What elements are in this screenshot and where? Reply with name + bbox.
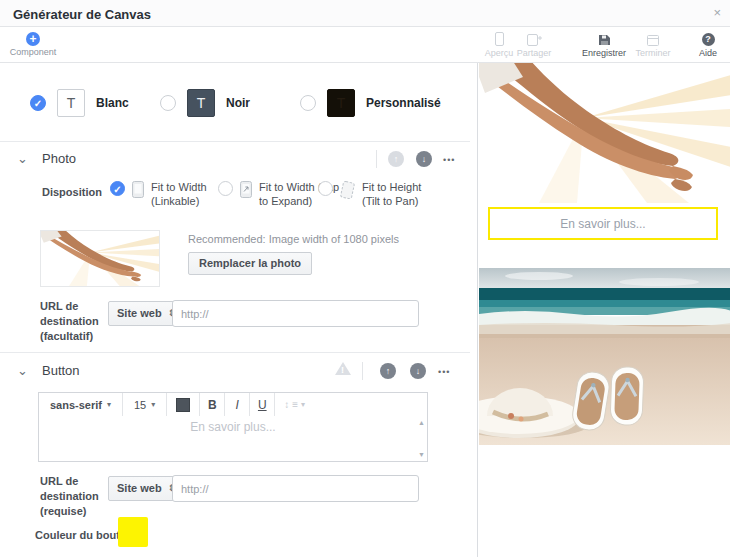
- disposition-option-tilt-pan[interactable]: Fit to Height (Tilt to Pan): [318, 181, 440, 209]
- section-divider: [0, 352, 470, 353]
- scroll-down-icon[interactable]: ▼: [418, 451, 425, 458]
- plus-icon: +: [26, 32, 40, 46]
- finish-icon: [630, 32, 676, 46]
- divider: [166, 393, 167, 416]
- theme-label: Noir: [226, 96, 250, 110]
- button-section-title: Button: [42, 363, 80, 378]
- chevron-down-icon: ▾: [301, 400, 305, 409]
- preview-photo-beach: [479, 268, 730, 445]
- canvas-preview-panel: En savoir plus...: [477, 63, 730, 557]
- theme-option-custom[interactable]: T Personnalisé: [300, 89, 441, 117]
- button-color-swatch[interactable]: [118, 517, 148, 547]
- chevron-down-icon: ▾: [151, 400, 155, 409]
- theme-label: Blanc: [96, 96, 129, 110]
- question-icon: ?: [693, 32, 723, 46]
- radio-checked-icon[interactable]: ✓: [30, 95, 46, 111]
- disposition-label: Disposition: [42, 186, 102, 198]
- close-icon[interactable]: ×: [713, 5, 721, 20]
- more-options-icon[interactable]: •••: [443, 155, 455, 165]
- italic-button[interactable]: I: [225, 398, 249, 412]
- underline-button[interactable]: U: [250, 398, 274, 412]
- radio-checked-icon[interactable]: ✓: [110, 181, 125, 196]
- more-options-icon[interactable]: •••: [438, 367, 450, 377]
- canvas-builder-window: Générateur de Canvas × + Component Aperç…: [0, 0, 730, 557]
- photo-url-input[interactable]: [172, 300, 419, 327]
- theme-option-white[interactable]: ✓ T Blanc: [30, 89, 129, 117]
- theme-label: Personnalisé: [366, 96, 441, 110]
- theme-option-black[interactable]: T Noir: [160, 89, 250, 117]
- line-spacing-icon: ↕: [284, 399, 289, 410]
- divider: [362, 362, 363, 380]
- component-label: Component: [8, 47, 58, 57]
- toolbar: + Component Aperçu Partager Enregistrer: [0, 27, 730, 63]
- move-up-icon[interactable]: ↑: [380, 363, 396, 379]
- phone-fit-width-icon: [132, 181, 144, 201]
- button-url-label: URL de destination (requise): [40, 474, 108, 519]
- save-button[interactable]: Enregistrer: [576, 32, 632, 58]
- chevron-down-icon: ▾: [107, 400, 111, 409]
- theme-swatch-custom[interactable]: T: [327, 89, 355, 117]
- theme-swatch-dark[interactable]: T: [187, 89, 215, 117]
- radio-unchecked-icon[interactable]: [318, 181, 333, 196]
- finish-button: Terminer: [630, 32, 676, 58]
- help-button[interactable]: ? Aide: [693, 32, 723, 58]
- text-format-toolbar: sans-serif ▾ 15 ▾ B I U ↕ ≡ ▾: [38, 392, 428, 417]
- scroll-up-icon[interactable]: ▲: [418, 419, 425, 426]
- disposition-option-label: Fit to Width (Linkable): [151, 181, 221, 209]
- replace-photo-button[interactable]: Remplacer la photo: [188, 252, 312, 275]
- move-up-icon: ↑: [388, 151, 404, 167]
- theme-swatch-white[interactable]: T: [57, 89, 85, 117]
- lines-icon: ≡: [292, 399, 298, 410]
- photo-url-label: URL de destination (facultatif): [40, 299, 108, 344]
- bold-button[interactable]: B: [200, 398, 224, 412]
- radio-unchecked-icon[interactable]: [300, 95, 316, 111]
- chevron-down-icon[interactable]: ⌄: [17, 366, 28, 376]
- chevron-down-icon[interactable]: ⌄: [17, 154, 28, 164]
- disposition-option-linkable[interactable]: ✓ Fit to Width (Linkable): [110, 181, 221, 209]
- add-component-button[interactable]: + Component: [8, 32, 58, 57]
- button-text-editor[interactable]: En savoir plus... ▲ ▼: [38, 416, 428, 462]
- phone-tilt-pan-icon: [340, 181, 355, 202]
- button-url-input[interactable]: [172, 475, 419, 502]
- photo-thumbnail[interactable]: [40, 230, 160, 287]
- divider: [376, 150, 377, 168]
- line-spacing-dropdown: ↕ ≡ ▾: [275, 399, 314, 410]
- move-down-icon[interactable]: ↓: [416, 151, 432, 167]
- share-button: Partager: [510, 32, 558, 58]
- preview-cta-button[interactable]: En savoir plus...: [488, 207, 718, 240]
- disposition-option-label: Fit to Height (Tilt to Pan): [362, 181, 440, 209]
- radio-unchecked-icon[interactable]: [218, 181, 233, 196]
- move-down-icon[interactable]: ↓: [410, 363, 426, 379]
- radio-unchecked-icon[interactable]: [160, 95, 176, 111]
- text-color-swatch[interactable]: [176, 398, 190, 412]
- recommended-text: Recommended: Image width of 1080 pixels: [188, 233, 399, 245]
- window-header: Générateur de Canvas ×: [0, 0, 730, 27]
- button-text-value[interactable]: En savoir plus...: [39, 420, 427, 434]
- save-icon: [576, 32, 632, 46]
- section-divider: [0, 141, 470, 142]
- photo-section-title: Photo: [42, 151, 76, 166]
- share-icon: [510, 32, 558, 46]
- font-family-dropdown[interactable]: sans-serif ▾: [39, 399, 122, 411]
- phone-tap-expand-icon: [240, 181, 252, 201]
- preview-photo-legs: [479, 63, 730, 203]
- page-title: Générateur de Canvas: [13, 7, 151, 22]
- font-size-dropdown[interactable]: 15 ▾: [123, 399, 166, 411]
